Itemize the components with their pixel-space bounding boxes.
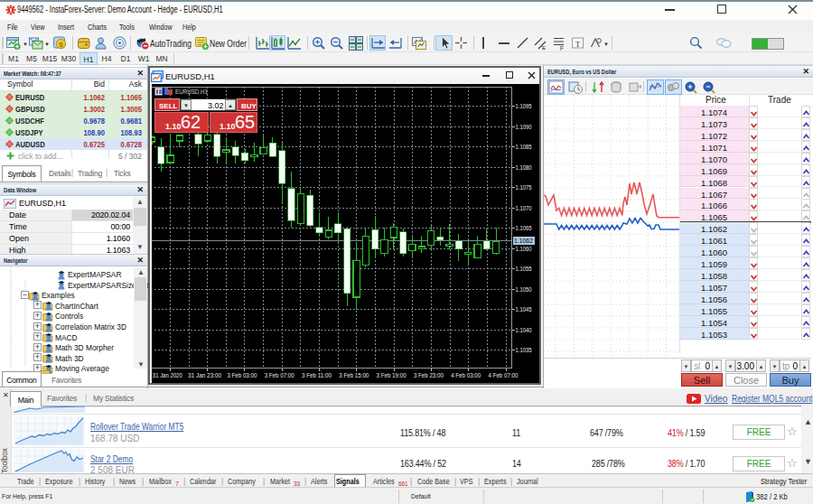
svg-text:3 Feb 03:00: 3 Feb 03:00 [227, 372, 257, 378]
svg-text:1.1080: 1.1080 [516, 164, 532, 171]
svg-text:1.1055: 1.1055 [516, 266, 532, 272]
svg-text:3 Feb 23:00: 3 Feb 23:00 [414, 372, 444, 378]
svg-text:3 Feb 15:00: 3 Feb 15:00 [339, 372, 369, 378]
svg-text:4 Feb 03:00: 4 Feb 03:00 [451, 372, 481, 378]
svg-text:1.1095: 1.1095 [516, 103, 532, 109]
svg-text:1.1085: 1.1085 [516, 144, 532, 150]
svg-text:E: E [542, 45, 546, 51]
svg-text:3 Feb 19:00: 3 Feb 19:00 [377, 372, 406, 378]
svg-text:1.1065: 1.1065 [516, 225, 532, 231]
svg-text:31 Jan 2020: 31 Jan 2020 [153, 372, 182, 378]
svg-text:1.1045: 1.1045 [516, 306, 532, 313]
svg-text:31 Jan 23:00: 31 Jan 23:00 [188, 372, 221, 378]
svg-text:$: $ [59, 41, 63, 49]
svg-text:3 Feb 11:00: 3 Feb 11:00 [302, 372, 332, 378]
svg-text:EURUSD,H1: EURUSD,H1 [175, 88, 208, 96]
svg-text:1.1060: 1.1060 [516, 246, 532, 252]
svg-text:1.1040: 1.1040 [516, 327, 532, 333]
svg-text:1.1050: 1.1050 [516, 286, 532, 293]
svg-text:4 Feb 07:00: 4 Feb 07:00 [489, 372, 519, 378]
svg-text:3 Feb 07:00: 3 Feb 07:00 [265, 372, 294, 378]
svg-text:F: F [560, 45, 564, 51]
svg-text:1.1090: 1.1090 [516, 124, 532, 130]
svg-text:1.1035: 1.1035 [516, 347, 532, 353]
svg-text:T: T [575, 40, 581, 49]
svg-text:1.1075: 1.1075 [516, 184, 532, 191]
svg-text:1.1070: 1.1070 [516, 205, 532, 211]
svg-text:1.1062: 1.1062 [514, 238, 533, 244]
